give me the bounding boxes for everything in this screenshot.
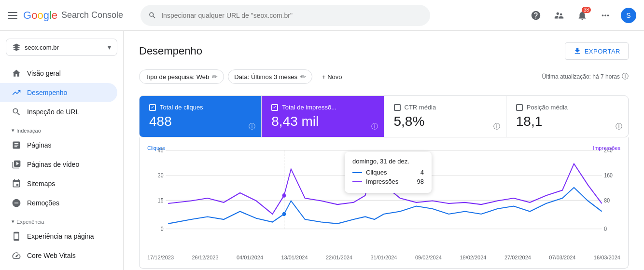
nav-label-visao-geral: Visão geral xyxy=(27,69,61,77)
notifications-icon[interactable]: 38 xyxy=(574,8,590,23)
sitemap-icon xyxy=(12,179,21,189)
sidebar-item-https[interactable]: HTTPS xyxy=(0,265,117,270)
last-update-text: Última atualização: há 7 horas xyxy=(542,73,620,80)
menu-icon[interactable] xyxy=(8,12,17,19)
video-library-icon xyxy=(12,160,21,169)
search-input[interactable] xyxy=(161,12,422,19)
sidebar-item-core-web-vitals[interactable]: Core Web Vitals xyxy=(0,246,117,265)
tooltip-impressions-value: 98 xyxy=(417,178,424,185)
x-label-9: 07/03/2024 xyxy=(549,255,575,260)
logo[interactable]: Google Search Console xyxy=(23,9,123,22)
tooltip-clicks-label: Cliques xyxy=(366,169,387,176)
metrics-row: Total de cliques 488 ⓘ Total de impressõ… xyxy=(139,95,629,137)
sidebar-item-sitemaps[interactable]: Sitemaps xyxy=(0,174,117,193)
tooltip-dot-clicks xyxy=(282,212,286,216)
domain-icon xyxy=(12,43,21,52)
download-icon xyxy=(573,47,582,55)
y-axis-label-left: Cliques xyxy=(147,145,165,151)
metric-label-impressoes: Total de impressõ... xyxy=(271,104,374,111)
tooltip-row-clicks: Cliques 4 xyxy=(352,169,424,176)
x-label-6: 09/02/2024 xyxy=(415,255,442,260)
page-title: Desempenho xyxy=(139,45,202,57)
x-label-7: 18/02/2024 xyxy=(460,255,486,260)
main-layout: seox.com.br ▾ Visão geral Desempenho Ins… xyxy=(0,31,644,270)
chart-container[interactable]: Cliques Impressões 45 30 15 0 240 160 80… xyxy=(139,137,629,269)
metric-value-cliques: 488 xyxy=(149,114,252,129)
nav-label-paginas: Páginas xyxy=(27,141,52,149)
remove-circle-icon xyxy=(12,198,21,208)
y-axis-label-right: Impressões xyxy=(593,145,620,151)
filter-date-range[interactable]: Data: Últimos 3 meses ✏ xyxy=(228,69,312,84)
help-icon[interactable] xyxy=(528,8,544,23)
tooltip-impressions-label: Impressões xyxy=(366,178,398,185)
sidebar-item-desempenho[interactable]: Desempenho xyxy=(0,83,117,102)
notifications-badge: 38 xyxy=(582,7,591,13)
metric-value-impressoes: 8,43 mil xyxy=(271,114,374,129)
sidebar-item-visao-geral[interactable]: Visão geral xyxy=(0,64,117,83)
chart-tooltip: domingo, 31 de dez. Cliques 4 Impressões… xyxy=(345,152,432,193)
svg-text:0: 0 xyxy=(161,226,164,232)
apps-icon[interactable] xyxy=(598,8,613,23)
tooltip-date: domingo, 31 de dez. xyxy=(352,158,424,165)
section-label-experiencia: Experiência xyxy=(16,219,44,225)
x-label-4: 22/01/2024 xyxy=(326,255,352,260)
filter-search-type[interactable]: Tipo de pesquisa: Web ✏ xyxy=(139,69,224,84)
topbar-actions: 38 S xyxy=(528,8,636,23)
section-label-indexacao: Indexação xyxy=(16,128,41,134)
nav-label-exp-pagina: Experiência na página xyxy=(27,232,94,240)
sidebar-item-remocoes[interactable]: Remoções xyxy=(0,193,117,213)
tooltip-line-blue xyxy=(352,172,362,173)
avatar[interactable]: S xyxy=(621,8,636,23)
section-experiencia[interactable]: ▾ Experiência xyxy=(0,213,123,227)
manage-accounts-icon[interactable] xyxy=(551,8,567,23)
property-text: seox.com.br xyxy=(25,44,104,51)
tooltip-row-impressions: Impressões 98 xyxy=(352,178,424,185)
svg-text:0: 0 xyxy=(604,226,607,232)
edit-icon: ✏ xyxy=(212,73,218,81)
filter-add-label: + Novo xyxy=(322,73,342,81)
nav-label-remocoes: Remoções xyxy=(27,199,59,207)
checkbox-posicao xyxy=(516,104,523,111)
product-name: Search Console xyxy=(61,10,123,20)
nav-label-inspecao: Inspeção de URL xyxy=(27,108,79,116)
sidebar-item-paginas[interactable]: Páginas xyxy=(0,135,117,155)
metric-label-ctr: CTR média xyxy=(394,104,496,111)
tooltip-clicks-value: 4 xyxy=(420,169,424,176)
svg-text:160: 160 xyxy=(604,172,613,178)
clicks-line xyxy=(168,188,602,224)
edit-icon-2: ✏ xyxy=(300,73,306,81)
search-bar[interactable] xyxy=(140,5,430,26)
metric-card-ctr[interactable]: CTR média 5,8% ⓘ xyxy=(384,96,506,137)
x-label-3: 13/01/2024 xyxy=(281,255,308,260)
metric-label-posicao: Posição média xyxy=(516,104,618,111)
checkbox-impressoes xyxy=(271,104,278,111)
info-icon-posicao: ⓘ xyxy=(616,122,622,131)
chevron-down-icon: ▾ xyxy=(108,43,111,51)
x-label-5: 31/01/2024 xyxy=(370,255,397,260)
metric-value-posicao: 18,1 xyxy=(516,114,618,129)
sidebar-item-exp-pagina[interactable]: Experiência na página xyxy=(0,227,117,246)
home-icon xyxy=(12,68,21,78)
filter-add-button[interactable]: + Novo xyxy=(316,70,348,83)
metric-card-impressoes[interactable]: Total de impressõ... 8,43 mil ⓘ xyxy=(262,96,384,137)
property-selector[interactable]: seox.com.br ▾ xyxy=(6,39,117,56)
metric-card-posicao[interactable]: Posição média 18,1 ⓘ xyxy=(506,96,628,137)
sidebar-item-paginas-video[interactable]: Páginas de vídeo xyxy=(0,155,117,174)
metric-label-cliques: Total de cliques xyxy=(149,104,252,111)
x-label-8: 27/02/2024 xyxy=(504,255,531,260)
filter-search-type-label: Tipo de pesquisa: Web xyxy=(145,73,209,81)
info-icon-ctr: ⓘ xyxy=(493,122,500,131)
info-icon-impressoes: ⓘ xyxy=(371,122,378,131)
tooltip-line-purple xyxy=(352,181,362,182)
metric-card-cliques[interactable]: Total de cliques 488 ⓘ xyxy=(140,96,262,137)
speed-icon xyxy=(12,251,21,260)
sidebar: seox.com.br ▾ Visão geral Desempenho Ins… xyxy=(0,31,124,270)
nav-label-desempenho: Desempenho xyxy=(27,89,67,96)
chevron-icon-2: ▾ xyxy=(12,218,14,225)
svg-text:15: 15 xyxy=(158,197,164,203)
sidebar-item-inspecao-url[interactable]: Inspeção de URL xyxy=(0,102,117,122)
export-button[interactable]: EXPORTAR xyxy=(565,42,629,60)
section-indexacao[interactable]: ▾ Indexação xyxy=(0,122,123,135)
content-header: Desempenho EXPORTAR xyxy=(139,42,629,60)
x-label-1: 26/12/2023 xyxy=(192,255,218,260)
